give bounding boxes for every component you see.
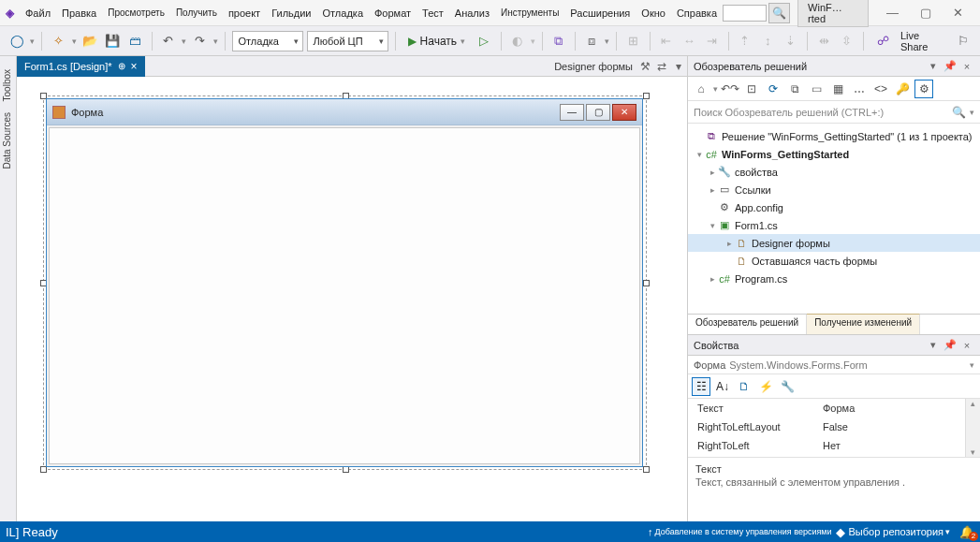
tree-node[interactable]: ▾c#WinForms_GettingStarted [688, 145, 980, 163]
menu-расширения[interactable]: Расширения [564, 5, 636, 22]
tb-layout-1[interactable]: ⧉ [549, 31, 568, 51]
uparrow-icon[interactable]: ↑ [648, 526, 653, 537]
side-tab-data-sources[interactable]: Data Sources [0, 107, 14, 175]
tree-node[interactable]: ▸c#Program.cs [688, 270, 980, 287]
feedback-icon[interactable]: ⚐ [954, 31, 973, 51]
menu-правка[interactable]: Правка [56, 5, 102, 22]
properties-icon[interactable]: 🔑 [893, 80, 912, 98]
designed-form[interactable]: Форма — ▢ ✕ [46, 98, 643, 467]
tree-node[interactable]: ▸🗋Designer формы [688, 234, 980, 252]
tree-node[interactable]: ▸▭Ссылки [688, 181, 980, 198]
bottom-tab[interactable]: Получение изменений [807, 314, 920, 334]
home-icon[interactable]: ⌂ [692, 80, 710, 98]
code-icon[interactable]: <> [871, 80, 890, 98]
source-control-label[interactable]: Добавление в систему управления версиями [655, 527, 832, 536]
menu-инструменты[interactable]: Инструменты [495, 5, 564, 21]
tree-node[interactable]: 🗋Оставшаяся часть формы [688, 252, 980, 270]
minimize-button[interactable]: — [876, 2, 909, 24]
menu-формат[interactable]: Формат [369, 5, 417, 22]
panel-options-icon[interactable]: ▾ [926, 60, 941, 72]
tree-node[interactable]: ⧉Решение "WinForms_GettingStarted" (1 из… [688, 127, 980, 145]
close-panel-icon[interactable]: × [959, 61, 974, 72]
pin-icon[interactable]: 📌 [943, 339, 958, 351]
menu-просмотреть[interactable]: Просмотреть [102, 5, 170, 21]
platform-dropdown[interactable]: Любой ЦП [307, 31, 388, 51]
start-no-debug-button[interactable]: ▷ [475, 31, 493, 51]
maximize-button[interactable]: ▢ [909, 2, 942, 24]
tb-layout-2[interactable]: ⧈ [582, 31, 601, 51]
nav-back-button[interactable]: ◯ [7, 31, 26, 51]
menu-файл[interactable]: Файл [20, 5, 56, 22]
redo-button[interactable]: ↷ [190, 31, 209, 51]
solution-tree[interactable]: ⧉Решение "WinForms_GettingStarted" (1 из… [688, 124, 980, 314]
tree-node[interactable]: ▾▣Form1.cs [688, 216, 980, 234]
search-button[interactable]: 🔍 [768, 3, 790, 23]
menu-получить[interactable]: Получить [170, 5, 223, 21]
property-pages-icon[interactable]: 🗋 [735, 377, 753, 396]
property-row[interactable]: RightToLeftLayoutFalse [688, 417, 980, 436]
save-button[interactable]: 💾 [103, 31, 122, 51]
collapse-icon[interactable]: ↶↷ [721, 80, 739, 98]
liveshare-icon[interactable]: ☍ [874, 31, 893, 51]
selected-object-row[interactable]: Форма System.Windows.Forms.Form ▾ [688, 356, 980, 374]
resize-handle[interactable] [643, 466, 650, 473]
resize-handle[interactable] [643, 93, 650, 99]
wrench-icon[interactable]: 🔧 [778, 377, 797, 396]
open-button[interactable]: 📂 [80, 31, 99, 51]
repo-selector[interactable]: Выбор репозитория [849, 526, 943, 537]
undo-button[interactable]: ↶ [159, 31, 178, 51]
pending-icon[interactable]: ⊡ [742, 80, 761, 98]
swap-icon[interactable]: ⇄ [653, 60, 670, 73]
close-button[interactable]: ✕ [942, 2, 974, 24]
panel-options-icon[interactable]: ▾ [926, 339, 941, 351]
form-client-area[interactable] [49, 127, 640, 464]
tb-grid-icon[interactable]: ⊞ [623, 31, 642, 51]
menu-окно[interactable]: Окно [636, 5, 671, 22]
menu-гильдии[interactable]: Гильдии [266, 5, 316, 22]
property-row[interactable]: RightToLeftНет [688, 436, 980, 455]
pin-icon[interactable]: 📌 [943, 60, 958, 72]
alphabetical-icon[interactable]: A↓ [713, 377, 732, 396]
show-all-icon[interactable]: ⧉ [785, 80, 804, 98]
save-all-button[interactable]: 🗃 [125, 31, 144, 51]
menu-анализ[interactable]: Анализ [449, 5, 495, 22]
menu-отладка[interactable]: Отладка [317, 5, 369, 22]
close-tab-icon[interactable]: × [131, 60, 138, 73]
close-panel-icon[interactable]: × [959, 340, 974, 351]
categorized-icon[interactable]: ☷ [692, 377, 710, 396]
designer-tool-icon[interactable]: ⚒ [636, 60, 653, 73]
notifications-button[interactable]: 🔔2 [959, 525, 974, 539]
pin-icon[interactable]: ⊕ [118, 61, 125, 71]
wrench-icon[interactable]: ⚙ [914, 80, 933, 98]
events-icon[interactable]: ⚡ [756, 377, 775, 396]
property-row[interactable]: ТекстФорма [688, 399, 980, 417]
bottom-tab[interactable]: Обозреватель решений [688, 315, 807, 334]
form-selection-frame[interactable]: Форма — ▢ ✕ [43, 95, 647, 470]
sync-icon[interactable]: ⟳ [764, 80, 783, 98]
solution-explorer-search[interactable]: Поиск Обозреватель решений (CTRL+:) 🔍 ▾ [688, 101, 980, 124]
window-menu-icon[interactable]: ▾ [670, 60, 687, 73]
start-debug-button[interactable]: ▶Начать▾ [402, 31, 472, 51]
tree-node[interactable]: ⚙App.config [688, 198, 980, 216]
refresh-icon[interactable]: ▦ [828, 80, 847, 98]
new-item-button[interactable]: ✧ [49, 31, 67, 51]
liveshare-label[interactable]: Live Share [897, 30, 950, 52]
scrollbar[interactable]: ▴▾ [965, 399, 980, 457]
running-project-label[interactable]: WinF…rted [797, 0, 869, 27]
resize-handle[interactable] [40, 466, 47, 473]
design-surface[interactable]: Форма — ▢ ✕ [17, 77, 687, 521]
resize-handle[interactable] [643, 280, 650, 286]
menu-тест[interactable]: Тест [417, 5, 449, 22]
side-tab-toolbox[interactable]: Toolbox [0, 64, 14, 107]
tb-misc-1[interactable]: ◐ [507, 31, 526, 51]
search-input[interactable] [723, 5, 767, 22]
resize-handle[interactable] [343, 466, 349, 473]
config-dropdown[interactable]: Отладка [232, 31, 303, 51]
document-tab[interactable]: Form1.cs [Design]* ⊕ × [17, 56, 145, 77]
properties-grid[interactable]: ТекстФормаRightToLeftLayoutFalseRightToL… [688, 399, 980, 457]
menu-справка[interactable]: Справка [671, 5, 723, 22]
tree-node[interactable]: ▸🔧свойства [688, 163, 980, 181]
view-icon[interactable]: ▭ [807, 80, 826, 98]
menu-проект[interactable]: проект [223, 5, 266, 22]
overflow-icon[interactable]: … [850, 80, 869, 98]
